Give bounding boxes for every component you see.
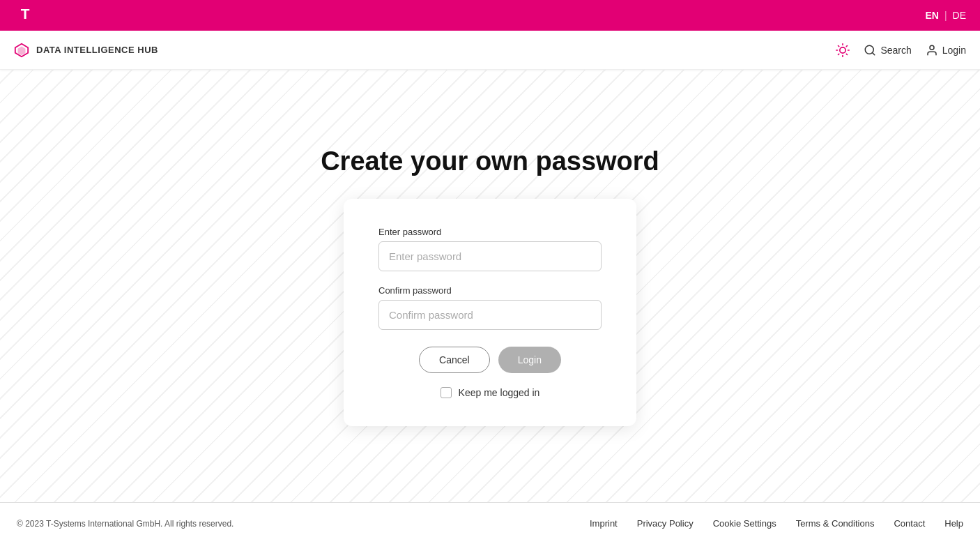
lang-en[interactable]: EN [925,10,938,21]
topbar-logo: T [14,3,36,28]
footer-copyright: © 2023 T-Systems International GmbH. All… [17,519,233,529]
sun-icon [836,43,850,57]
enter-password-input[interactable] [378,241,602,271]
keep-logged-label: Keep me logged in [459,387,540,398]
cancel-button[interactable]: Cancel [419,347,490,373]
svg-point-15 [930,45,934,50]
footer-link-cookies[interactable]: Cookie Settings [713,518,776,529]
footer-links: Imprint Privacy Policy Cookie Settings T… [590,518,963,529]
enter-password-group: Enter password [378,227,602,271]
search-action[interactable]: Search [864,44,911,56]
footer-link-imprint[interactable]: Imprint [590,518,618,529]
login-label: Login [942,45,966,56]
brand-icon [14,43,29,58]
svg-marker-3 [18,46,26,55]
svg-line-12 [847,45,848,46]
footer-link-privacy[interactable]: Privacy Policy [637,518,694,529]
search-label: Search [880,45,911,56]
lang-de[interactable]: DE [953,10,966,21]
login-action[interactable]: Login [926,44,966,56]
keep-logged-row: Keep me logged in [378,387,602,398]
main-content: Create your own password Enter password … [0,70,980,502]
language-switcher: EN | DE [925,10,966,21]
footer: © 2023 T-Systems International GmbH. All… [0,502,980,544]
svg-point-4 [840,47,845,52]
svg-line-11 [839,54,839,54]
svg-line-14 [873,52,875,54]
confirm-password-input[interactable] [378,300,602,330]
keep-logged-checkbox[interactable] [441,387,452,398]
navbar: DATA INTELLIGENCE HUB Search [0,31,980,70]
svg-text:T: T [21,6,30,22]
buttons-row: Cancel Login [378,347,602,373]
footer-link-help[interactable]: Help [944,518,963,529]
footer-link-contact[interactable]: Contact [894,518,925,529]
enter-password-label: Enter password [378,227,602,237]
page-title: Create your own password [321,146,659,176]
footer-link-terms[interactable]: Terms & Conditions [796,518,875,529]
user-icon [926,44,938,56]
login-button[interactable]: Login [498,347,561,373]
topbar: T EN | DE [0,0,980,31]
search-icon [864,44,876,56]
brand[interactable]: DATA INTELLIGENCE HUB [14,43,158,58]
svg-line-8 [847,54,848,54]
confirm-password-group: Confirm password [378,285,602,330]
svg-line-7 [839,45,839,46]
theme-toggle[interactable] [836,43,850,57]
password-form-card: Enter password Confirm password Cancel L… [344,199,636,426]
confirm-password-label: Confirm password [378,285,602,296]
brand-name: DATA INTELLIGENCE HUB [36,45,158,55]
navbar-actions: Search Login [836,43,966,57]
